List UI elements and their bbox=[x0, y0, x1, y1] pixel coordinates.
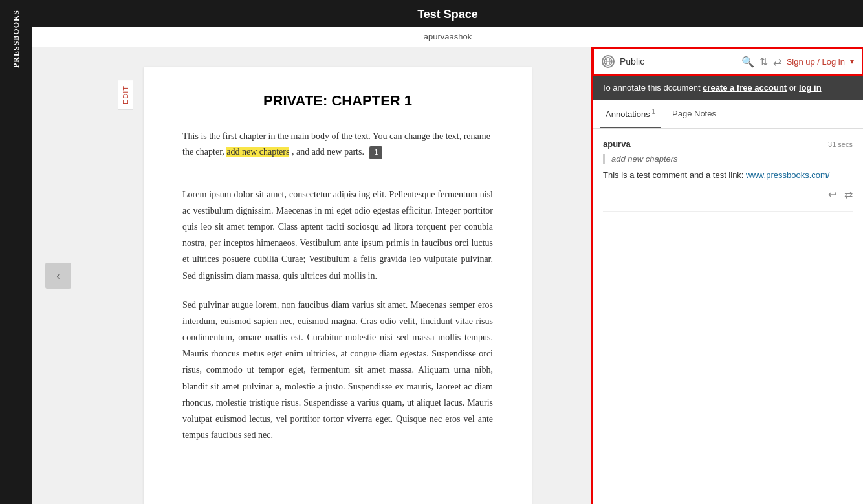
share-annotation-button[interactable]: ⇄ bbox=[844, 188, 853, 201]
annotation-panel: Public 🔍 ⇅ ⇄ Sign up / Log in ▾ To annot… bbox=[591, 47, 863, 504]
annotation-link[interactable]: www.pressbooks.com/ bbox=[746, 170, 829, 180]
tab-annotations-label: Annotations bbox=[606, 109, 650, 119]
annotations-count: 1 bbox=[651, 108, 655, 115]
body-paragraph-2-text: Sed pulvinar augue lorem, non faucibus d… bbox=[182, 300, 493, 441]
highlighted-text: add new chapters bbox=[226, 147, 289, 157]
left-arrow-icon: ‹ bbox=[56, 269, 60, 283]
edit-tab[interactable]: EDIT bbox=[118, 80, 133, 110]
annotation-item: apurva 31 secs add new chapters This is … bbox=[603, 139, 853, 212]
annotate-bar: To annotate this document create a free … bbox=[593, 76, 863, 100]
body-paragraph-1: Lorem ipsum dolor sit amet, consectetur … bbox=[182, 186, 493, 284]
dropdown-arrow-icon[interactable]: ▾ bbox=[850, 57, 854, 66]
share-icon[interactable]: ⇄ bbox=[773, 56, 781, 68]
annotation-tabs: Annotations 1 Page Notes bbox=[593, 100, 863, 129]
annotation-list: apurva 31 secs add new chapters This is … bbox=[593, 129, 863, 504]
annotate-bar-prefix: To annotate this document bbox=[602, 83, 703, 93]
signup-login-link[interactable]: Sign up / Log in bbox=[787, 57, 845, 67]
book-title: Test Space bbox=[417, 8, 478, 21]
book-page: EDIT PRIVATE: CHAPTER 1 This is the firs… bbox=[144, 67, 532, 504]
tab-page-notes-label: Page Notes bbox=[672, 109, 716, 118]
book-page-wrapper: EDIT PRIVATE: CHAPTER 1 This is the firs… bbox=[84, 47, 591, 504]
tab-annotations[interactable]: Annotations 1 bbox=[600, 100, 661, 128]
annotation-actions: ↩ ⇄ bbox=[603, 188, 853, 201]
brand-logo: PRESSBOOKS bbox=[12, 10, 21, 68]
login-link[interactable]: log in bbox=[799, 83, 822, 93]
create-account-link[interactable]: create a free account bbox=[703, 83, 787, 93]
visibility-label: Public bbox=[620, 56, 736, 67]
search-icon[interactable]: 🔍 bbox=[741, 56, 754, 68]
annotation-body: This is a test comment and a test link: … bbox=[603, 169, 853, 182]
annotation-header: apurva 31 secs bbox=[603, 139, 853, 149]
content-area: ‹ EDIT PRIVATE: CHAPTER 1 This is the fi… bbox=[32, 47, 863, 504]
hypothesis-toolbar: Public 🔍 ⇅ ⇄ Sign up / Log in ▾ bbox=[593, 47, 863, 76]
section-divider bbox=[286, 173, 389, 173]
annotation-user: apurva bbox=[603, 139, 631, 149]
author-name: apurvaashok bbox=[424, 32, 472, 41]
page-subheader: apurvaashok bbox=[32, 27, 863, 47]
annotation-body-prefix: This is a test comment and a test link: bbox=[603, 170, 746, 180]
tab-page-notes[interactable]: Page Notes bbox=[667, 101, 721, 127]
page-header: Test Space bbox=[32, 0, 863, 27]
annotation-count-badge[interactable]: 1 bbox=[369, 146, 382, 159]
main-wrapper: Test Space apurvaashok ‹ EDIT PRIVATE: C… bbox=[32, 0, 863, 504]
intro-end: , and add new parts. bbox=[292, 147, 364, 157]
chapter-title: PRIVATE: CHAPTER 1 bbox=[182, 93, 493, 109]
annotation-quote-text: add new chapters bbox=[611, 154, 678, 164]
page-nav-left: ‹ bbox=[32, 47, 84, 504]
chapter-intro: This is the first chapter in the main bo… bbox=[182, 129, 493, 160]
body-paragraph-2: Sed pulvinar augue lorem, non faucibus d… bbox=[182, 297, 493, 444]
reply-button[interactable]: ↩ bbox=[828, 188, 836, 201]
sort-icon[interactable]: ⇅ bbox=[759, 56, 768, 68]
annotation-quote: add new chapters bbox=[603, 154, 853, 164]
prev-page-button[interactable]: ‹ bbox=[45, 263, 71, 289]
body-paragraph-1-text: Lorem ipsum dolor sit amet, consectetur … bbox=[182, 190, 493, 281]
globe-icon bbox=[602, 55, 615, 68]
annotate-bar-middle: or bbox=[789, 83, 799, 93]
left-navigation: PRESSBOOKS bbox=[0, 0, 32, 504]
annotation-time: 31 secs bbox=[828, 140, 853, 148]
